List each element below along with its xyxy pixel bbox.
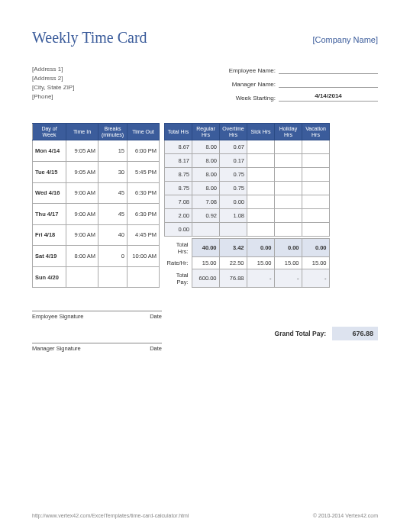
col-time-out: Time Out: [128, 124, 160, 140]
total-regular: 40.00: [192, 239, 219, 257]
table-row: Fri 4/189:00 AM404:45 PM: [33, 224, 160, 246]
table-row: 8.178.000.17: [165, 154, 330, 168]
col-time-in: Time In: [66, 124, 98, 140]
cell-in[interactable]: 9:05 AM: [66, 161, 98, 182]
cell-br[interactable]: 15: [98, 140, 128, 162]
cell-day: Mon 4/14: [33, 140, 66, 162]
manager-name-field[interactable]: [279, 79, 378, 88]
table-row: 0.00: [165, 223, 330, 237]
footer-copyright: © 2010-2014 Vertex42.com: [313, 513, 378, 518]
header-fields: Employee Name: Manager Name: Week Starti…: [222, 65, 378, 106]
cell-hol[interactable]: [275, 154, 302, 168]
cell-ot: 0.00: [220, 195, 247, 209]
cell-out[interactable]: 6:00 PM: [128, 140, 160, 162]
cell-vac[interactable]: [302, 140, 330, 154]
employee-name-label: Employee Name:: [222, 67, 279, 74]
cell-vac[interactable]: [302, 182, 330, 195]
cell-out[interactable]: 4:45 PM: [128, 224, 160, 246]
cell-br[interactable]: 45: [98, 182, 128, 204]
pay-vacation: -: [302, 269, 329, 288]
summary-table: Total Hrs: 40.00 3.42 0.00 0.00 0.00 Rat…: [164, 238, 330, 288]
cell-vac[interactable]: [302, 168, 330, 182]
cell-day: Thu 4/17: [33, 204, 66, 225]
cell-ot: 0.17: [220, 154, 247, 168]
time-entry-table: Day of Week Time In Breaks (minutes) Tim…: [32, 123, 160, 288]
manager-signature-label: Manager Signature: [32, 345, 81, 352]
cell-ot: 0.75: [220, 182, 247, 195]
employee-name-field[interactable]: [279, 65, 378, 74]
cell-sick[interactable]: [247, 223, 275, 237]
cell-in[interactable]: 9:00 AM: [66, 224, 98, 246]
cell-reg: 7.08: [192, 195, 220, 209]
cell-sick[interactable]: [247, 209, 275, 223]
cell-day: Sun 4/20: [33, 266, 66, 288]
grand-total-value: 676.88: [332, 327, 378, 340]
rate-sick[interactable]: 15.00: [247, 257, 274, 269]
col-overtime-hrs: Overtime Hrs: [220, 124, 247, 140]
cell-vac[interactable]: [302, 154, 330, 168]
cell-sick[interactable]: [247, 154, 275, 168]
cell-sick[interactable]: [247, 182, 275, 195]
cell-vac[interactable]: [302, 209, 330, 223]
cell-in[interactable]: 9:00 AM: [66, 204, 98, 225]
cell-vac[interactable]: [302, 195, 330, 209]
cell-hol[interactable]: [275, 182, 302, 195]
cell-in[interactable]: 9:05 AM: [66, 140, 98, 162]
pay-holiday: -: [274, 269, 302, 288]
table-row: Mon 4/149:05 AM156:00 PM: [33, 140, 160, 162]
cell-reg: 8.00: [192, 168, 220, 182]
cell-out[interactable]: 10:00 AM: [128, 246, 160, 267]
cell-br[interactable]: 30: [98, 161, 128, 182]
cell-vac[interactable]: [302, 223, 330, 237]
cell-in[interactable]: [66, 266, 98, 288]
cell-hol[interactable]: [275, 140, 302, 154]
total-overtime: 3.42: [219, 239, 247, 257]
rate-vacation[interactable]: 15.00: [302, 257, 329, 269]
cell-ot: 0.75: [220, 168, 247, 182]
cell-hol[interactable]: [275, 209, 302, 223]
cell-in[interactable]: 8:00 AM: [66, 246, 98, 267]
footer-url: http://www.vertex42.com/ExcelTemplates/t…: [32, 513, 189, 518]
address-phone: [Phone]: [32, 92, 74, 102]
pay-overtime: 76.88: [219, 269, 247, 288]
rate-label: Rate/Hr:: [164, 257, 192, 269]
cell-tot: 8.75: [165, 168, 192, 182]
cell-br[interactable]: 40: [98, 224, 128, 246]
table-row: Wed 4/169:00 AM456:30 PM: [33, 182, 160, 204]
col-holiday-hrs: Holiday Hrs: [275, 124, 302, 140]
cell-reg: 8.00: [192, 154, 220, 168]
rate-overtime[interactable]: 22.50: [219, 257, 247, 269]
pay-regular: 600.00: [192, 269, 219, 288]
cell-tot: 2.00: [165, 209, 192, 223]
cell-hol[interactable]: [275, 168, 302, 182]
cell-br[interactable]: [98, 266, 128, 288]
cell-reg: 8.00: [192, 182, 220, 195]
address-city: [City, State ZIP]: [32, 83, 74, 92]
cell-out[interactable]: 6:30 PM: [128, 204, 160, 225]
cell-day: Tue 4/15: [33, 161, 66, 182]
rate-regular[interactable]: 15.00: [192, 257, 219, 269]
total-hrs-label: Total Hrs:: [164, 239, 192, 257]
cell-tot: 8.67: [165, 140, 192, 154]
page-title: Weekly Time Card: [32, 29, 147, 47]
table-row: Tue 4/159:05 AM305:45 PM: [33, 161, 160, 182]
cell-in[interactable]: 9:00 AM: [66, 182, 98, 204]
employee-signature-label: Employee Signature: [32, 313, 84, 320]
cell-sick[interactable]: [247, 140, 275, 154]
cell-tot: 8.17: [165, 154, 192, 168]
total-sick: 0.00: [247, 239, 274, 257]
cell-br[interactable]: 45: [98, 204, 128, 225]
rate-holiday[interactable]: 15.00: [274, 257, 302, 269]
cell-sick[interactable]: [247, 168, 275, 182]
cell-sick[interactable]: [247, 195, 275, 209]
cell-hol[interactable]: [275, 195, 302, 209]
cell-out[interactable]: [128, 266, 160, 288]
cell-br[interactable]: 0: [98, 246, 128, 267]
cell-out[interactable]: 6:30 PM: [128, 182, 160, 204]
cell-reg: 0.92: [192, 209, 220, 223]
cell-hol[interactable]: [275, 223, 302, 237]
cell-reg: 8.00: [192, 140, 220, 154]
week-starting-field[interactable]: 4/14/2014: [279, 92, 378, 102]
cell-out[interactable]: 5:45 PM: [128, 161, 160, 182]
address-line1: [Address 1]: [32, 65, 74, 74]
